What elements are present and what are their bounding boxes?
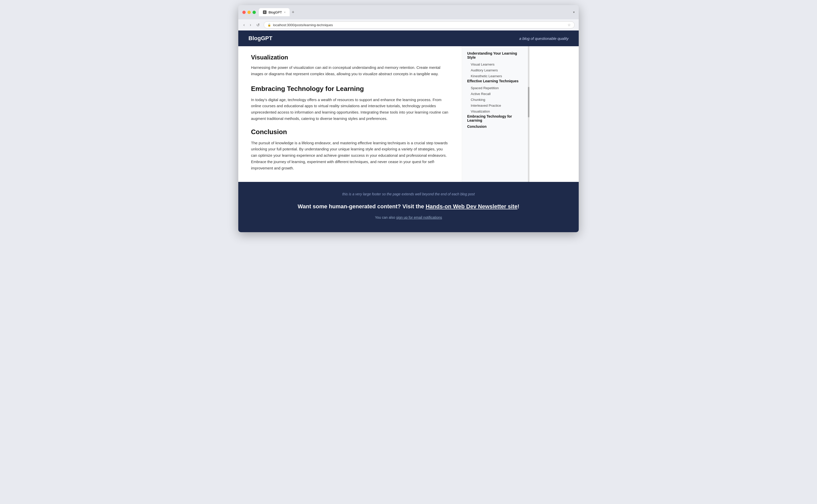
minimize-button[interactable] <box>247 11 251 14</box>
sidebar-item-spaced-repetition[interactable]: Spaced Repetition <box>467 85 523 91</box>
bookmark-icon[interactable]: ☆ <box>568 23 571 27</box>
sidebar-item-kinesthetic-learners[interactable]: Kinesthetic Learners <box>467 73 523 79</box>
footer-exclaim: ! <box>517 203 519 210</box>
sidebar-item-chunking[interactable]: Chunking <box>467 97 523 103</box>
browser-titlebar: B BlogGPT × + ▾ <box>238 5 579 19</box>
tech-heading: Embracing Technology for Learning <box>251 85 449 93</box>
sidebar: Understanding Your Learning Style Visual… <box>462 46 528 182</box>
reload-button[interactable]: ↺ <box>255 22 261 28</box>
sidebar-section-2: Embracing Technology for Learning <box>467 114 523 122</box>
lock-icon: 🔒 <box>268 23 271 27</box>
tab-favicon: B <box>263 10 266 14</box>
sidebar-item-visualization[interactable]: Visualization <box>467 108 523 114</box>
sidebar-item-interleaved-practice[interactable]: Interleaved Practice <box>467 103 523 108</box>
tab-title: BlogGPT <box>269 10 282 14</box>
sidebar-heading-3: Conclusion <box>467 124 523 129</box>
sidebar-heading-2: Embracing Technology for Learning <box>467 114 523 122</box>
site-footer: this is a very large footer so the page … <box>238 182 579 232</box>
tab-bar: B BlogGPT × + ▾ <box>259 8 575 16</box>
maximize-button[interactable] <box>253 11 256 14</box>
close-button[interactable] <box>242 11 246 14</box>
browser-window: B BlogGPT × + ▾ ‹ › ↺ 🔒 localhost:3000/p… <box>238 5 579 232</box>
tech-para: In today's digital age, technology offer… <box>251 97 449 122</box>
sidebar-section-3: Conclusion <box>467 124 523 129</box>
conclusion-para: The pursuit of knowledge is a lifelong e… <box>251 140 449 171</box>
sidebar-heading-0: Understanding Your Learning Style <box>467 51 523 59</box>
browser-toolbar: ‹ › ↺ 🔒 localhost:3000/posts/learning-te… <box>238 19 579 30</box>
sidebar-item-visual-learners[interactable]: Visual Learners <box>467 61 523 67</box>
scrollbar[interactable] <box>528 46 529 182</box>
visualization-para: Harnessing the power of visualization ca… <box>251 65 449 77</box>
footer-cta-text: Want some human-generated content? Visit… <box>298 203 426 210</box>
tab-close-button[interactable]: × <box>284 11 286 14</box>
site-header: BlogGPT a blog of questionable quality <box>238 30 579 46</box>
new-tab-button[interactable]: + <box>292 10 294 14</box>
back-button[interactable]: ‹ <box>242 22 246 28</box>
active-tab[interactable]: B BlogGPT × <box>259 8 290 16</box>
footer-cta: Want some human-generated content? Visit… <box>243 203 574 210</box>
footer-sub-text: You can also <box>375 215 396 219</box>
footer-cta-link[interactable]: Hands-on Web Dev Newsletter site <box>426 203 517 210</box>
site-tagline: a blog of questionable quality <box>519 36 569 41</box>
sidebar-section-1: Effective Learning Techniques Spaced Rep… <box>467 79 523 114</box>
site-logo[interactable]: BlogGPT <box>248 35 272 42</box>
conclusion-heading: Conclusion <box>251 128 449 136</box>
scrollbar-thumb[interactable] <box>528 87 529 117</box>
footer-sub-link[interactable]: sign up for email notifications <box>396 215 442 219</box>
visualization-heading: Visualization <box>251 54 449 61</box>
site-body: Visualization Harnessing the power of vi… <box>238 46 579 182</box>
traffic-lights <box>242 11 256 14</box>
sidebar-item-active-recall[interactable]: Active Recall <box>467 91 523 97</box>
sidebar-section-0: Understanding Your Learning Style Visual… <box>467 51 523 79</box>
forward-button[interactable]: › <box>249 22 252 28</box>
address-bar[interactable]: 🔒 localhost:3000/posts/learning-techniqu… <box>264 21 575 28</box>
sidebar-heading-1: Effective Learning Techniques <box>467 79 523 83</box>
tab-dropdown-button[interactable]: ▾ <box>573 10 575 14</box>
footer-sub: You can also sign up for email notificat… <box>243 215 574 219</box>
footer-italic: this is a very large footer so the page … <box>243 192 574 196</box>
sidebar-item-auditory-learners[interactable]: Auditory Learners <box>467 67 523 73</box>
content-area: Visualization Harnessing the power of vi… <box>238 46 462 182</box>
url-text: localhost:3000/posts/learning-techniques <box>273 23 565 27</box>
